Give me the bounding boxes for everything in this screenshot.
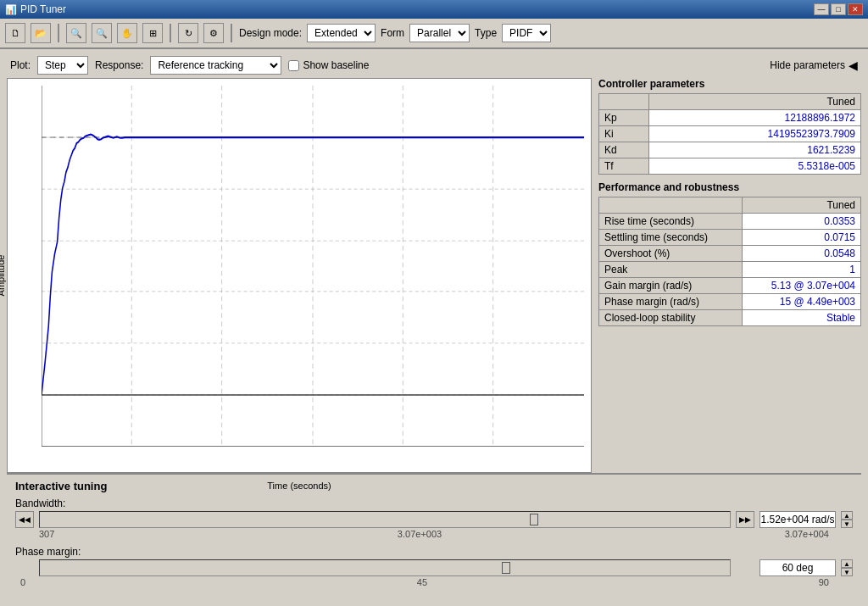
toolbar-sep-1 xyxy=(58,24,59,42)
bandwidth-up-button[interactable]: ▲ xyxy=(841,511,853,520)
form-label: Form xyxy=(381,27,404,39)
chart-params-row: Amplitude Time (seconds) xyxy=(7,78,861,473)
toolbar-sep-3 xyxy=(231,24,232,42)
bandwidth-ticks: 307 3.07e+003 3.07e+004 xyxy=(15,529,853,539)
params-panel: Controller parameters Tuned Kp 12188896. xyxy=(598,78,861,473)
bandwidth-slider-thumb[interactable] xyxy=(530,514,538,525)
type-label: Type xyxy=(475,27,497,39)
open-button[interactable]: 📂 xyxy=(31,23,51,43)
ki-label: Ki xyxy=(599,126,649,142)
titlebar: 📊 PID Tuner — □ ✕ xyxy=(0,0,868,19)
bandwidth-decrease-button[interactable]: ◀◀ xyxy=(15,511,34,528)
zoom-in-button[interactable]: 🔍 xyxy=(92,23,112,43)
bandwidth-tick-min: 307 xyxy=(39,529,54,539)
pan-button[interactable]: ✋ xyxy=(117,23,137,43)
plot-type-select[interactable]: Step Bode xyxy=(37,56,88,75)
titlebar-left: 📊 PID Tuner xyxy=(5,3,66,15)
interactive-tuning-title: Interactive tuning xyxy=(15,480,853,492)
bandwidth-down-button[interactable]: ▼ xyxy=(841,520,853,528)
table-row: Tf 5.5318e-005 xyxy=(599,158,861,175)
table-row: Phase margin (rad/s) 15 @ 4.49e+003 xyxy=(599,294,861,310)
ki-value: 14195523973.7909 xyxy=(649,126,861,142)
table-row: Gain margin (rad/s) 5.13 @ 3.07e+004 xyxy=(599,278,861,294)
table-row: Kp 12188896.1972 xyxy=(599,110,861,126)
bandwidth-slider-row: Bandwidth: ◀◀ ▶▶ 1.52e+004 rad/s ▲ ▼ 307… xyxy=(15,498,853,539)
stability-value: Stable xyxy=(742,310,860,326)
kp-label: Kp xyxy=(599,110,649,126)
phase-margin-label: Phase margin: xyxy=(15,546,853,558)
overshoot-value: 0.0548 xyxy=(742,246,860,262)
phase-margin-slider-row: Phase margin: 60 deg ▲ ▼ 0 45 90 xyxy=(15,546,853,587)
gain-margin-value: 5.13 @ 3.07e+004 xyxy=(742,278,860,294)
interactive-tuning-section: Interactive tuning Bandwidth: ◀◀ ▶▶ 1.52… xyxy=(7,473,861,599)
phase-margin-tick-max: 90 xyxy=(819,577,829,587)
controller-params-section: Controller parameters Tuned Kp 12188896. xyxy=(598,78,861,175)
controller-col-tuned: Tuned xyxy=(649,94,861,110)
show-baseline-checkbox[interactable] xyxy=(288,60,299,71)
fit-button[interactable]: ⊞ xyxy=(142,23,163,43)
phase-margin-value: 15 @ 4.49e+003 xyxy=(742,294,860,310)
rise-time-value: 0.0353 xyxy=(742,214,860,230)
chart-container: Amplitude Time (seconds) xyxy=(7,78,592,473)
phase-margin-tick-min: 0 xyxy=(20,577,25,587)
bandwidth-tick-max: 3.07e+004 xyxy=(785,529,829,539)
settling-time-value: 0.0715 xyxy=(742,230,860,246)
phase-margin-down-button[interactable]: ▼ xyxy=(841,568,853,576)
peak-label: Peak xyxy=(599,262,743,278)
table-row: Ki 14195523973.7909 xyxy=(599,126,861,142)
perf-col-tuned: Tuned xyxy=(742,197,860,214)
stability-label: Closed-loop stability xyxy=(599,310,743,326)
table-row: Closed-loop stability Stable xyxy=(599,310,861,326)
design-mode-label: Design mode: xyxy=(239,27,302,39)
main-content: Plot: Step Bode Response: Reference trac… xyxy=(0,49,868,606)
tf-value: 5.5318e-005 xyxy=(649,158,861,175)
phase-margin-up-button[interactable]: ▲ xyxy=(841,559,853,568)
new-button[interactable]: 🗋 xyxy=(5,23,25,43)
phase-margin-slider-thumb[interactable] xyxy=(502,562,510,574)
bandwidth-value: 1.52e+004 rad/s xyxy=(760,514,834,525)
gain-margin-label: Gain margin (rad/s) xyxy=(599,278,743,294)
form-select[interactable]: Parallel Ideal xyxy=(409,24,470,42)
bandwidth-increase-button[interactable]: ▶▶ xyxy=(736,511,754,528)
toolbar-sep-2 xyxy=(170,24,171,42)
refresh-button[interactable]: ↻ xyxy=(178,23,198,43)
plot-section: Plot: Step Bode Response: Reference trac… xyxy=(7,56,861,473)
response-select[interactable]: Reference tracking Disturbance rejection xyxy=(150,56,281,75)
controls-row: Plot: Step Bode Response: Reference trac… xyxy=(7,56,861,75)
y-axis-label: Amplitude xyxy=(0,255,6,297)
table-row: Settling time (seconds) 0.0715 xyxy=(599,230,861,246)
phase-margin-tick-mid: 45 xyxy=(417,577,427,587)
app-icon: 📊 xyxy=(5,4,17,15)
rise-time-label: Rise time (seconds) xyxy=(599,214,743,230)
x-axis-label: Time (seconds) xyxy=(267,481,331,491)
maximize-button[interactable]: □ xyxy=(831,3,846,15)
performance-section: Performance and robustness Tuned Rise ti… xyxy=(598,181,861,326)
bandwidth-value-display: 1.52e+004 rad/s xyxy=(760,511,836,528)
tf-label: Tf xyxy=(599,158,649,175)
hide-params-button[interactable]: Hide parameters xyxy=(770,59,845,71)
table-row: Peak 1 xyxy=(599,262,861,278)
phase-margin-ticks: 0 45 90 xyxy=(15,577,853,587)
table-row: Kd 1621.5239 xyxy=(599,142,861,158)
kd-value: 1621.5239 xyxy=(649,142,861,158)
zoom-out-button[interactable]: 🔍 xyxy=(66,23,86,43)
controller-params-title: Controller parameters xyxy=(598,78,861,90)
close-button[interactable]: ✕ xyxy=(848,3,863,15)
type-select[interactable]: PIDF PID PI xyxy=(502,24,551,42)
table-row: Rise time (seconds) 0.0353 xyxy=(599,214,861,230)
controller-params-table: Tuned Kp 12188896.1972 Ki 14195523973.79… xyxy=(598,93,861,175)
chart-svg: 0 0.2 0.4 0.6 0.8 1 1.2 -0.2 0 0.02 0.04… xyxy=(42,86,584,447)
show-baseline-label[interactable]: Show baseline xyxy=(288,59,369,71)
design-mode-select[interactable]: Extended Basic xyxy=(307,24,376,42)
phase-margin-slider-track[interactable] xyxy=(39,559,731,576)
phase-margin-spinner: ▲ ▼ xyxy=(841,559,853,576)
controls-right: Hide parameters ◀ xyxy=(770,58,858,72)
phase-margin-controls: 60 deg ▲ ▼ xyxy=(15,559,853,576)
bandwidth-spinner: ▲ ▼ xyxy=(841,511,853,528)
performance-title: Performance and robustness xyxy=(598,181,861,193)
phase-margin-label: Phase margin (rad/s) xyxy=(599,294,743,310)
minimize-button[interactable]: — xyxy=(814,3,829,15)
settings-button[interactable]: ⚙ xyxy=(203,23,224,43)
bandwidth-slider-track[interactable] xyxy=(39,511,731,528)
hide-params-icon[interactable]: ◀ xyxy=(849,58,858,72)
